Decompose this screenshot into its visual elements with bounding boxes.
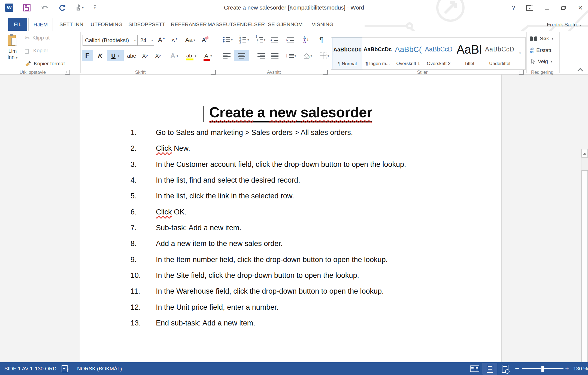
tab-referanser[interactable]: REFERANSER bbox=[171, 18, 207, 31]
clear-formatting-button[interactable]: A bbox=[199, 35, 211, 45]
shading-button[interactable]: ▾ bbox=[300, 50, 315, 61]
line-spacing-button[interactable]: ↕ ▾ bbox=[283, 50, 298, 61]
minimize-button[interactable] bbox=[541, 3, 553, 13]
scissors-icon: ✂ bbox=[25, 35, 30, 41]
chevron-down-icon: ▾ bbox=[328, 54, 329, 58]
style-title[interactable]: AaBl Tittel bbox=[454, 38, 484, 69]
bold-button[interactable]: F bbox=[82, 50, 93, 61]
style-heading-2[interactable]: AaBbCcD Overskrift 2 bbox=[423, 38, 454, 69]
change-case-button[interactable]: Aa ▾ bbox=[183, 35, 198, 45]
restore-icon bbox=[561, 6, 566, 10]
proofing-status[interactable]: × bbox=[62, 362, 68, 375]
highlight-icon: ab bbox=[186, 53, 192, 59]
account-menu[interactable]: Fredrik Sætre ▾ bbox=[547, 22, 581, 28]
chevron-down-icon: ▾ bbox=[580, 24, 581, 27]
cut-button[interactable]: ✂ Klipp ut bbox=[25, 35, 50, 41]
zoom-level[interactable]: 130 % bbox=[573, 362, 588, 375]
bullets-button[interactable]: ▾ bbox=[221, 35, 234, 45]
ribbon-home: Lim inn ▾ ✂ Klipp ut Kopier Kopier forma… bbox=[0, 31, 588, 74]
tab-visning[interactable]: VISNING bbox=[308, 18, 337, 31]
align-right-button[interactable] bbox=[256, 50, 266, 61]
replace-button[interactable]: ab ac Erstatt bbox=[530, 47, 551, 54]
select-cursor-icon bbox=[531, 59, 535, 64]
select-button[interactable]: Velg ▾ bbox=[531, 59, 552, 64]
vertical-scrollbar[interactable] bbox=[581, 149, 588, 375]
clipboard-dialog-launcher[interactable] bbox=[65, 70, 70, 75]
minimize-icon bbox=[545, 9, 549, 10]
tab-sett-inn[interactable]: SETT INN bbox=[58, 18, 85, 31]
chevron-down-icon: ▾ bbox=[210, 54, 212, 58]
document-page[interactable]: Create a new salesorder 1. Go to Sales a… bbox=[80, 75, 502, 362]
read-mode-button[interactable] bbox=[468, 363, 482, 374]
chevron-down-icon: ▾ bbox=[194, 38, 195, 42]
group-label-font: Skrift bbox=[120, 70, 161, 75]
zoom-slider-handle[interactable] bbox=[541, 366, 544, 372]
restore-button[interactable] bbox=[557, 3, 569, 13]
justify-button[interactable] bbox=[269, 50, 280, 61]
multilevel-list-button[interactable]: 1 a i ▾ bbox=[254, 35, 267, 45]
highlight-color-button[interactable]: ab ▾ bbox=[183, 50, 199, 61]
find-button[interactable]: Søk ▾ bbox=[530, 36, 553, 42]
copy-button[interactable]: Kopier bbox=[25, 48, 48, 54]
help-button[interactable]: ? bbox=[507, 3, 519, 13]
ribbon-display-options-button[interactable] bbox=[524, 3, 536, 13]
shrink-font-button[interactable]: A ▼ bbox=[169, 36, 180, 45]
justify-icon bbox=[271, 53, 278, 59]
align-left-button[interactable] bbox=[221, 50, 232, 61]
triangle-up-icon bbox=[583, 151, 586, 155]
zoom-out-button[interactable]: − bbox=[515, 362, 519, 375]
text-effects-button[interactable]: A ▾ bbox=[167, 50, 182, 61]
language-indicator[interactable]: NORSK (BOKMÅL) bbox=[77, 362, 122, 375]
word-count[interactable]: 130 ORD bbox=[35, 362, 56, 375]
strikethrough-button[interactable]: abe bbox=[125, 50, 138, 61]
help-icon: ? bbox=[512, 4, 515, 11]
chevron-up-icon bbox=[577, 68, 583, 73]
scroll-up-button[interactable] bbox=[581, 149, 588, 158]
replace-icon: ab ac bbox=[530, 47, 534, 54]
align-center-button[interactable] bbox=[234, 50, 249, 61]
font-dialog-launcher[interactable] bbox=[211, 70, 216, 75]
title-bar: W ▾ ▾ Create a new saleso bbox=[0, 0, 588, 18]
subscript-button[interactable]: X2 bbox=[139, 50, 151, 61]
tab-se-gjennom[interactable]: SE GJENNOM bbox=[267, 18, 304, 31]
web-layout-button[interactable] bbox=[498, 363, 512, 374]
tab-fil[interactable]: FIL bbox=[8, 18, 27, 31]
show-formatting-marks-button[interactable]: ¶ bbox=[316, 35, 326, 45]
scrollbar-thumb[interactable] bbox=[581, 170, 588, 375]
font-color-button[interactable]: A ▾ bbox=[201, 50, 216, 61]
page-indicator[interactable]: SIDE 1 AV 1 bbox=[4, 362, 33, 375]
font-name-combo[interactable]: Calibri (Brødtekst) ▾ bbox=[83, 35, 138, 46]
italic-button[interactable]: K bbox=[95, 50, 106, 61]
sort-button[interactable]: A Å ↓ bbox=[300, 35, 312, 45]
tab-hjem[interactable]: HJEM bbox=[28, 18, 53, 31]
paragraph-dialog-launcher[interactable] bbox=[323, 70, 328, 75]
tab-sideoppsett[interactable]: SIDEOPPSETT bbox=[129, 18, 165, 31]
numbering-button[interactable]: 1 2 3 ▾ bbox=[238, 35, 251, 45]
grow-font-button[interactable]: A ▲ bbox=[156, 35, 167, 45]
collapse-ribbon-button[interactable] bbox=[575, 67, 585, 73]
superscript-button[interactable]: X2 bbox=[152, 50, 164, 61]
account-name: Fredrik Sætre bbox=[547, 22, 578, 27]
style-normal[interactable]: AaBbCcDc ¶ Normal bbox=[332, 38, 363, 69]
align-right-icon bbox=[257, 53, 265, 59]
increase-indent-button[interactable]: ▸ bbox=[285, 35, 295, 45]
close-button[interactable]: × bbox=[574, 3, 586, 13]
tab-masseutsendelser[interactable]: MASSEUTSENDELSER bbox=[210, 18, 262, 31]
paint-bucket-icon bbox=[303, 53, 310, 59]
print-layout-button[interactable] bbox=[483, 363, 497, 374]
style-no-spacing[interactable]: AaBbCcDc ¶ Ingen m... bbox=[362, 38, 393, 69]
format-painter-button[interactable]: Kopier format bbox=[25, 61, 65, 67]
styles-more-button[interactable]: ▾ bbox=[515, 38, 525, 69]
borders-icon bbox=[320, 53, 326, 59]
tab-utforming[interactable]: UTFORMING bbox=[90, 18, 123, 31]
decrease-indent-button[interactable]: ◂ bbox=[269, 35, 280, 45]
style-subtitle[interactable]: AaBbCcD Undertittel bbox=[484, 38, 515, 69]
paste-button[interactable]: Lim inn ▾ bbox=[4, 32, 21, 68]
copy-icon bbox=[25, 48, 31, 53]
font-size-combo[interactable]: 24 ▾ bbox=[138, 35, 154, 46]
underline-button[interactable]: U ▾ bbox=[107, 50, 124, 61]
chevron-down-icon: ▾ bbox=[311, 54, 312, 58]
style-heading-1[interactable]: AaBbC( Overskrift 1 bbox=[393, 38, 423, 69]
document-title[interactable]: Create a new salesorder bbox=[80, 104, 501, 122]
zoom-in-button[interactable]: + bbox=[565, 362, 569, 375]
